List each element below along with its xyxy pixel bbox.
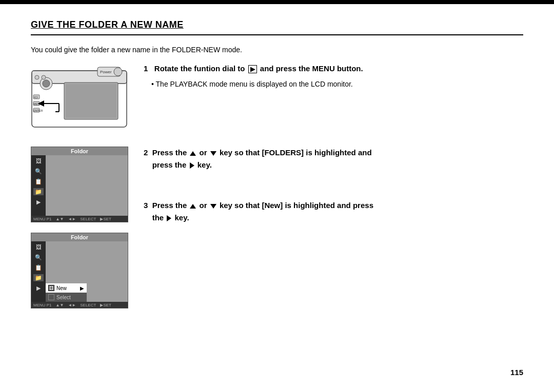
step-3-text-block: 3 Press the or key so that [New] is high…: [144, 199, 523, 224]
svg-text:MENU: MENU: [33, 102, 42, 106]
page-content: GIVE THE FOLDER A NEW NAME You could giv…: [0, 4, 554, 324]
svg-point-8: [42, 75, 46, 79]
icon-search: 🔍: [34, 168, 43, 175]
menu-screen-1-display: Foldor 🖼 🔍 📋 📁 ▶: [31, 147, 128, 222]
step-2-number: 2: [144, 148, 152, 157]
top-bar: [0, 0, 554, 4]
steps-2-3-container: Foldor 🖼 🔍 📋 📁 ▶: [31, 147, 523, 308]
icon2-folder: 📁: [33, 274, 44, 281]
playback-icon: ▶: [248, 65, 257, 73]
icon-list: 📋: [34, 178, 43, 185]
submenu-new-item: New ▶: [46, 283, 87, 293]
bottom2-text-2: ▲▼: [56, 303, 64, 307]
select-label: Select: [56, 295, 71, 300]
step-1-image: Power ICI MENU ENTER: [31, 63, 128, 131]
icon-folder: 📁: [33, 188, 44, 195]
page-number: 115: [510, 368, 523, 377]
step-3-text: 3 Press the or key so that [New] is high…: [144, 199, 523, 224]
step-2-text-block: 2 Press the or key so that [FOLDERS] is …: [144, 147, 523, 171]
step-1-row: Power ICI MENU ENTER: [31, 63, 523, 131]
new-arrow: ▶: [80, 285, 84, 291]
step-3-number: 3: [144, 201, 152, 210]
svg-point-4: [114, 68, 122, 76]
select-item-icon: [48, 294, 54, 300]
step-1-sub: The PLAYBACK mode menu is displayed on t…: [151, 79, 523, 90]
icon-play: ▶: [34, 198, 43, 205]
submenu-select-item: Select: [46, 293, 87, 302]
bottom2-text-5: ▶SET: [100, 303, 111, 307]
svg-text:ENTER: ENTER: [33, 109, 43, 112]
down-arrow-1: [210, 151, 216, 156]
steps-2-3-text: 2 Press the or key so that [FOLDERS] is …: [144, 147, 523, 308]
menu-screen-2-title: Foldor: [31, 233, 128, 241]
icon2-search: 🔍: [34, 254, 43, 261]
right-arrow-1: [190, 162, 194, 169]
bottom-text-3: ◄►: [68, 217, 76, 221]
icon-image: 🖼: [34, 157, 43, 164]
step-1-text: 1 Rotate the funtion dial to ▶ and press…: [144, 63, 523, 90]
bottom-text-1: MENU P1: [33, 217, 52, 221]
menu-screen-2-display: Foldor 🖼 🔍 📋 📁 ▶: [31, 233, 128, 308]
step-1-main: Rotate the funtion dial to: [154, 64, 247, 73]
intro-text: You could give the folder a new name in …: [31, 46, 523, 54]
bottom2-text-1: MENU P1: [33, 303, 52, 307]
bottom-text-2: ▲▼: [56, 217, 64, 221]
up-arrow-1: [190, 151, 196, 156]
bottom-text-4: SELECT: [80, 217, 96, 221]
up-arrow-2: [190, 204, 196, 209]
section-title: GIVE THE FOLDER A NEW NAME: [31, 19, 523, 35]
submenu: New ▶ Select: [46, 283, 87, 302]
svg-point-6: [43, 80, 50, 87]
or-text-1: or: [200, 148, 209, 157]
menu-screen-2-icons: 🖼 🔍 📋 📁 ▶: [31, 241, 46, 302]
new-label: New: [56, 285, 67, 291]
icon2-list: 📋: [34, 264, 43, 271]
menu-screen-1-title: Foldor: [31, 147, 128, 155]
menu-screens-col: Foldor 🖼 🔍 📋 📁 ▶: [31, 147, 128, 308]
step-2-text: 2 Press the or key so that [FOLDERS] is …: [144, 147, 523, 171]
svg-text:Power: Power: [100, 70, 112, 74]
svg-point-7: [35, 75, 39, 79]
svg-text:ICI: ICI: [34, 96, 38, 99]
new-item-icon: [48, 285, 54, 291]
menu-screen-2-bottom: MENU P1 ▲▼ ◄► SELECT ▶SET: [31, 302, 128, 308]
bottom2-text-4: SELECT: [80, 303, 96, 307]
icon2-play: ▶: [34, 284, 43, 292]
bottom-text-5: ▶SET: [100, 217, 111, 221]
bottom2-text-3: ◄►: [68, 303, 76, 307]
step-1-number: 1: [144, 64, 152, 73]
icon2-image: 🖼: [34, 243, 43, 251]
menu-screen-1-icons: 🖼 🔍 📋 📁 ▶: [31, 155, 46, 216]
menu-screen-1-bottom: MENU P1 ▲▼ ◄► SELECT ▶SET: [31, 216, 128, 222]
right-arrow-2: [167, 215, 171, 221]
or-text-2: or: [200, 201, 209, 210]
menu-screen-2: Foldor 🖼 🔍 📋 📁 ▶: [31, 233, 128, 308]
step-1-main2: and press the MENU button.: [260, 64, 363, 73]
down-arrow-2: [210, 204, 216, 209]
menu-screen-1: Foldor 🖼 🔍 📋 📁 ▶: [31, 147, 128, 222]
svg-rect-10: [66, 84, 116, 118]
